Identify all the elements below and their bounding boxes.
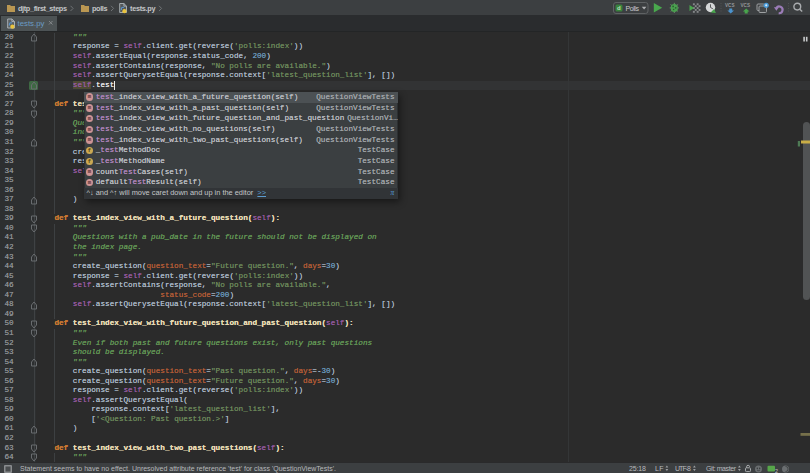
svg-text:Polls: Polls [626,5,640,12]
svg-text:d: d [617,5,621,11]
svg-text:2: 2 [775,468,778,473]
svg-text:djtp_first_steps: djtp_first_steps [18,4,67,13]
svg-text:tests.py: tests.py [18,19,45,28]
svg-text:25:18: 25:18 [629,465,646,472]
svg-text:Git: master: Git: master [706,465,737,472]
svg-text:VCS: VCS [725,3,734,8]
svg-text:polls: polls [92,4,108,13]
svg-text:UTF-8: UTF-8 [675,465,691,472]
svg-text:LF: LF [655,465,664,472]
svg-text:VCS: VCS [741,3,750,8]
svg-text:tests.py: tests.py [130,4,156,13]
